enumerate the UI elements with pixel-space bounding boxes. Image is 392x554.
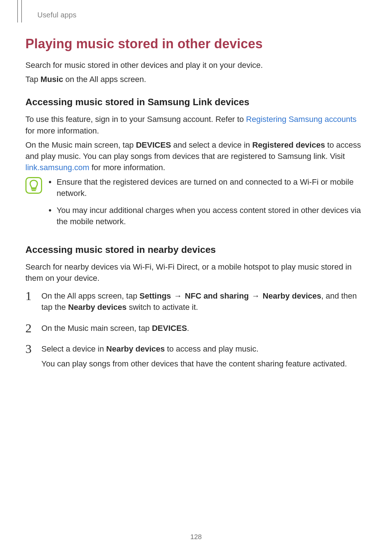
arrow-icon: → — [171, 291, 185, 300]
step-3-extra: You can play songs from other devices th… — [41, 358, 367, 369]
intro-p1: Search for music stored in other devices… — [25, 59, 367, 71]
text: . — [187, 324, 189, 333]
text: for more information. — [89, 163, 165, 172]
section-title: Playing music stored in other devices — [25, 36, 367, 52]
steps-list: 1 On the All apps screen, tap Settings →… — [25, 290, 367, 369]
samsung-link-p2: On the Music main screen, tap DEVICES an… — [25, 139, 367, 173]
bold-nfc-sharing: NFC and sharing — [185, 291, 249, 300]
note-item: You may incur additional charges when yo… — [49, 205, 367, 227]
text: On the All apps screen, tap — [41, 291, 139, 300]
text: Select a device in — [41, 344, 106, 353]
arrow-icon: → — [249, 291, 262, 300]
step-1: 1 On the All apps screen, tap Settings →… — [25, 290, 367, 313]
text: and select a device in — [171, 140, 252, 149]
running-head: Useful apps — [37, 11, 77, 19]
bold-devices: DEVICES — [152, 324, 187, 333]
text: To use this feature, sign in to your Sam… — [25, 115, 246, 124]
bold-settings: Settings — [139, 291, 171, 300]
step-number: 1 — [25, 287, 32, 305]
bold-music: Music — [41, 75, 63, 84]
text: on the All apps screen. — [63, 75, 146, 84]
text: On the Music main screen, tap — [41, 324, 152, 333]
text: switch to activate it. — [127, 303, 198, 312]
step-2: 2 On the Music main screen, tap DEVICES. — [25, 323, 367, 334]
step-1-text: On the All apps screen, tap Settings → N… — [41, 290, 367, 313]
link-registering-accounts[interactable]: Registering Samsung accounts — [246, 115, 357, 124]
page-corner-mark — [17, 0, 22, 22]
bold-nearby-devices: Nearby devices — [263, 291, 321, 300]
heading-nearby: Accessing music stored in nearby devices — [25, 244, 367, 255]
step-number: 3 — [25, 340, 32, 358]
bold-registered-devices: Registered devices — [252, 140, 325, 149]
text: Tap — [25, 75, 41, 84]
samsung-link-p1: To use this feature, sign in to your Sam… — [25, 114, 367, 136]
text: On the Music main screen, tap — [25, 140, 136, 149]
step-3-text: Select a device in Nearby devices to acc… — [41, 343, 367, 354]
step-2-text: On the Music main screen, tap DEVICES. — [41, 323, 367, 334]
page-content: Playing music stored in other devices Se… — [25, 36, 367, 379]
step-number: 2 — [25, 320, 32, 337]
note-item: Ensure that the registered devices are t… — [49, 176, 367, 199]
link-samsung-com[interactable]: link.samsung.com — [25, 163, 89, 172]
heading-samsung-link: Accessing music stored in Samsung Link d… — [25, 97, 367, 108]
bold-devices: DEVICES — [136, 140, 171, 149]
note-block: Ensure that the registered devices are t… — [25, 176, 367, 233]
nearby-intro: Search for nearby devices via Wi-Fi, Wi-… — [25, 261, 367, 284]
page-number: 128 — [0, 533, 392, 541]
bold-nearby-devices-2: Nearby devices — [68, 303, 126, 312]
note-icon — [25, 177, 42, 194]
intro-p2: Tap Music on the All apps screen. — [25, 74, 367, 85]
step-3: 3 Select a device in Nearby devices to a… — [25, 343, 367, 369]
note-list: Ensure that the registered devices are t… — [49, 176, 367, 233]
text: for more information. — [25, 126, 99, 135]
bold-nearby-devices: Nearby devices — [106, 344, 165, 353]
text: to access and play music. — [165, 344, 258, 353]
